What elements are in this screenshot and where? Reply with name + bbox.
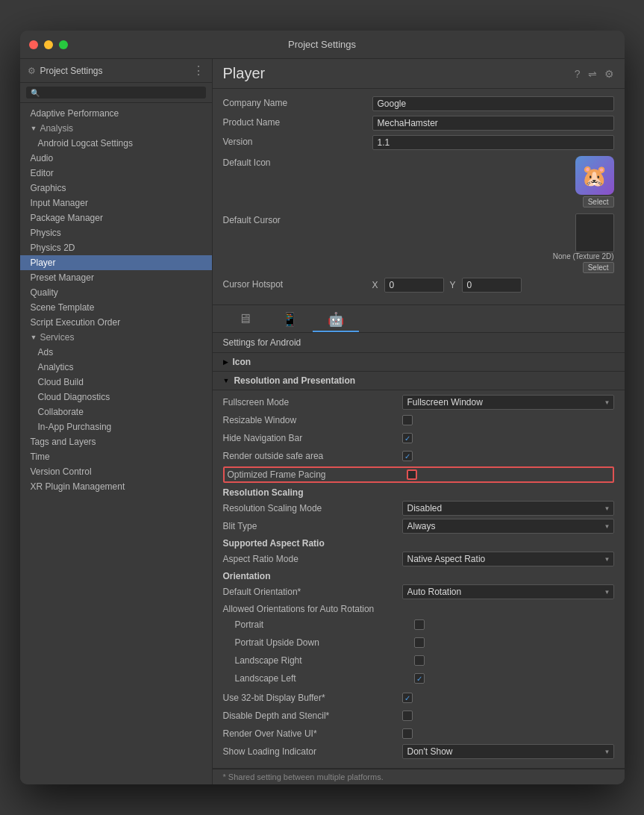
- company-name-value: [372, 96, 614, 111]
- titlebar: Project Settings: [20, 31, 625, 59]
- hotspot-y-input[interactable]: [462, 278, 522, 293]
- sidebar-item-preset-manager[interactable]: Preset Manager: [20, 270, 212, 285]
- product-name-input[interactable]: [372, 116, 614, 131]
- sidebar-item-cloud-build[interactable]: Cloud Build: [20, 375, 212, 390]
- hide-nav-checkbox[interactable]: [402, 433, 413, 443]
- search-input-wrap: 🔍: [26, 87, 206, 99]
- minimize-button[interactable]: [44, 40, 53, 49]
- hotspot-inputs: X Y: [372, 278, 614, 293]
- optimized-frame-checkbox[interactable]: [407, 469, 417, 480]
- sidebar-item-package-manager[interactable]: Package Manager: [20, 210, 212, 225]
- platform-tab-mobile[interactable]: 📱: [266, 308, 313, 332]
- sidebar-menu-icon[interactable]: ⋮: [193, 63, 204, 78]
- panel-title: Player: [223, 65, 266, 82]
- aspect-ratio-control: Native Aspect Ratio Fixed Width Fixed He…: [402, 552, 614, 566]
- fullscreen-select[interactable]: Fullscreen Window Windowed Maximized Win…: [402, 395, 614, 410]
- sidebar: ⚙ Project Settings ⋮ 🔍 Adaptive Performa…: [20, 59, 213, 784]
- icon-select-button[interactable]: Select: [583, 196, 614, 207]
- aspect-ratio-select[interactable]: Native Aspect Ratio Fixed Width Fixed He…: [402, 552, 614, 566]
- resizable-checkbox[interactable]: [402, 415, 413, 425]
- sidebar-item-input-manager[interactable]: Input Manager: [20, 196, 212, 210]
- default-orientation-select[interactable]: Auto Rotation Portrait Portrait Upside D…: [402, 584, 614, 599]
- sidebar-item-analytics[interactable]: Analytics: [20, 360, 212, 375]
- scaling-mode-select[interactable]: Disabled Fixed DPI Letterbox: [402, 501, 614, 516]
- sidebar-header-title: Project Settings: [40, 66, 103, 76]
- default-cursor-row: Default Cursor None (Texture 2D) Select: [223, 213, 614, 273]
- sidebar-item-collaborate[interactable]: Collaborate: [20, 405, 212, 419]
- resolution-section-toggle[interactable]: ▼ Resolution and Presentation: [213, 372, 625, 390]
- sidebar-item-audio[interactable]: Audio: [20, 151, 212, 166]
- sidebar-item-cloud-diagnostics[interactable]: Cloud Diagnostics: [20, 390, 212, 405]
- sidebar-item-time[interactable]: Time: [20, 449, 212, 464]
- icon-preview: 🐹: [575, 156, 614, 195]
- depth-stencil-control: [402, 711, 614, 721]
- sidebar-item-physics2d[interactable]: Physics 2D: [20, 240, 212, 255]
- settings-icon[interactable]: ⚙: [604, 68, 614, 80]
- sidebar-item-physics[interactable]: Physics: [20, 225, 212, 240]
- search-bar: 🔍: [20, 83, 212, 103]
- render-outside-row: Render outside safe area: [223, 449, 614, 463]
- sidebar-item-graphics[interactable]: Graphics: [20, 181, 212, 196]
- portrait-upside-checkbox[interactable]: [414, 637, 425, 648]
- depth-stencil-checkbox[interactable]: [402, 711, 413, 721]
- sidebar-item-player[interactable]: Player: [20, 255, 212, 270]
- help-icon[interactable]: ?: [575, 68, 581, 80]
- render-native-control: [402, 728, 614, 739]
- default-icon-row: Default Icon 🐹 Select: [223, 156, 614, 207]
- landscape-left-row: Landscape Left: [223, 671, 614, 686]
- layout-icon[interactable]: ⇌: [588, 68, 597, 80]
- portrait-upside-control: [414, 637, 614, 648]
- search-input[interactable]: [43, 88, 201, 97]
- platform-tab-monitor[interactable]: 🖥: [223, 308, 266, 332]
- sidebar-item-android-logcat[interactable]: Android Logcat Settings: [20, 136, 212, 151]
- blit-type-select[interactable]: Always Never Auto: [402, 519, 614, 534]
- sidebar-item-version-control[interactable]: Version Control: [20, 464, 212, 479]
- cursor-hotspot-control: X Y: [372, 278, 614, 293]
- sidebar-item-services[interactable]: ▼ Services: [20, 330, 212, 345]
- loading-indicator-control: Don't Show Progressive Bar Rotating Indi…: [402, 744, 614, 759]
- portrait-checkbox[interactable]: [414, 619, 425, 630]
- cursor-texture-label: None (Texture 2D): [553, 252, 614, 260]
- resolution-arrow: ▼: [223, 377, 230, 384]
- fullscreen-control: Fullscreen Window Windowed Maximized Win…: [402, 395, 614, 410]
- render-native-checkbox[interactable]: [402, 728, 413, 739]
- portrait-control: [414, 619, 614, 630]
- blit-type-label: Blit Type: [223, 521, 402, 531]
- shared-note: * Shared setting between multiple platfo…: [213, 769, 625, 784]
- search-icon: 🔍: [31, 89, 40, 97]
- version-input[interactable]: [372, 135, 614, 150]
- icon-section-toggle[interactable]: ▶ Icon: [213, 353, 625, 372]
- landscape-right-checkbox[interactable]: [414, 655, 425, 666]
- company-name-input[interactable]: [372, 96, 614, 111]
- maximize-button[interactable]: [59, 40, 68, 49]
- sidebar-item-adaptive[interactable]: Adaptive Performance: [20, 106, 212, 121]
- sidebar-item-tags-layers[interactable]: Tags and Layers: [20, 434, 212, 449]
- sidebar-item-quality[interactable]: Quality: [20, 285, 212, 300]
- sidebar-item-xr-plugin[interactable]: XR Plugin Management: [20, 479, 212, 494]
- sidebar-item-scene-template[interactable]: Scene Template: [20, 300, 212, 315]
- sidebar-item-script-execution[interactable]: Script Execution Order: [20, 315, 212, 330]
- portrait-upside-label: Portrait Upside Down: [235, 637, 414, 648]
- landscape-left-checkbox[interactable]: [414, 673, 425, 684]
- loading-indicator-label: Show Loading Indicator: [223, 746, 402, 757]
- sidebar-item-analysis[interactable]: ▼ Analysis: [20, 121, 212, 136]
- render-outside-checkbox[interactable]: [402, 451, 413, 461]
- gear-icon: ⚙: [28, 66, 36, 76]
- display-buffer-checkbox[interactable]: [402, 693, 413, 703]
- display-buffer-label: Use 32-bit Display Buffer*: [223, 693, 402, 703]
- panel-scroll[interactable]: Company Name Product Name Version: [213, 89, 625, 784]
- platform-tab-android[interactable]: 🤖: [313, 308, 359, 332]
- default-icon-control: 🐹 Select: [372, 156, 614, 207]
- landscape-right-label: Landscape Right: [235, 655, 414, 666]
- sidebar-item-editor[interactable]: Editor: [20, 166, 212, 181]
- loading-indicator-select[interactable]: Don't Show Progressive Bar Rotating Indi…: [402, 744, 614, 759]
- close-button[interactable]: [29, 40, 38, 49]
- cursor-select-button[interactable]: Select: [583, 262, 614, 273]
- panel-header: Player ? ⇌ ⚙: [213, 59, 625, 89]
- sidebar-item-ads[interactable]: Ads: [20, 345, 212, 360]
- hotspot-x-input[interactable]: [384, 278, 444, 293]
- version-label: Version: [223, 135, 372, 147]
- default-cursor-control: None (Texture 2D) Select: [372, 213, 614, 273]
- depth-stencil-row: Disable Depth and Stencil*: [223, 708, 614, 723]
- sidebar-item-in-app[interactable]: In-App Purchasing: [20, 419, 212, 434]
